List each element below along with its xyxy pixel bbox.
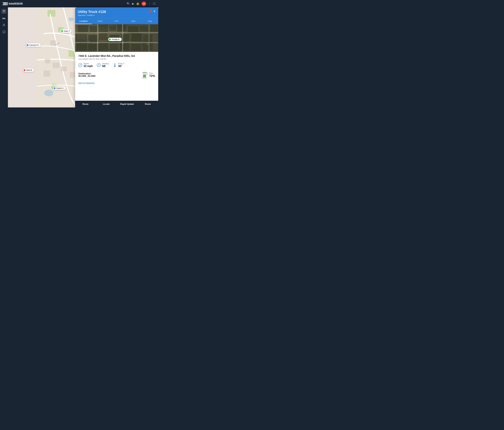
tab-stops[interactable]: Stops [92,18,108,24]
sidebar-icon-person[interactable] [2,23,6,27]
svg-rect-44 [117,25,126,31]
tab-stats[interactable]: Stats [125,18,142,24]
svg-rect-59 [120,43,129,50]
svg-rect-83 [146,74,147,75]
svg-rect-26 [61,67,67,71]
help-icon[interactable]: ⓘ [153,2,156,6]
footer-btn-route1[interactable]: Route [75,101,96,108]
marker-matt[interactable]: Matt W. [23,68,34,72]
footer-btn-locate[interactable]: Locate [96,101,117,108]
probe-icon [113,63,117,68]
nav-right: 🔍 ▶ 🔔 AB ⋮ ⓘ [127,1,156,6]
geo-value: 40.1393, -43.2392 [78,75,95,77]
marker-label-matt: Matt W. [26,69,32,71]
svg-rect-63 [122,32,124,34]
stat-probe-value: 36° [118,65,125,68]
tab-diag[interactable]: Diag [142,18,158,24]
panel-subtitle: Operator: Freddy K. [78,14,106,16]
marker-daniel[interactable]: Daniel H. [53,87,65,90]
svg-rect-46 [140,26,149,31]
bell-icon[interactable]: 🔔 [136,2,139,5]
footer-btn-rapid-update[interactable]: Rapid Update [117,101,138,108]
svg-rect-1 [3,3,7,4]
stat-speed-value: 32 mph [84,65,93,68]
search-icon[interactable]: 🔍 [127,2,130,5]
stat-probe: Probe 1: 36° [113,63,125,68]
svg-rect-2 [3,4,7,5]
tab-eta[interactable]: ETA [108,18,125,24]
alert-on-departure-link[interactable]: Alert on Departure [78,82,155,84]
marker-cameron[interactable]: Cameron R. [26,43,41,47]
panel-last-updated: Last updated: Mar 25, 2022 1:45 PM [78,58,155,60]
panel-title: Utility Truck #128 [78,10,106,14]
more-icon[interactable]: ⋮ [148,2,151,5]
svg-rect-54 [143,35,152,42]
svg-rect-60 [131,44,141,51]
panel-address: 7492 E. Lavender Mist Rd., Paradise Hill… [78,54,155,57]
sidebar-icon-filter[interactable] [2,9,6,14]
panel-marker-dot [109,38,111,40]
main-area: Maplewood Rd Park Ave 11 Pulaski H... Cu… [0,7,158,108]
svg-point-11 [3,24,5,25]
avatar[interactable]: AB [142,1,146,6]
fuel-content: Fuel: 72% [149,72,155,78]
svg-rect-42 [99,25,108,32]
svg-rect-50 [99,33,108,40]
marker-dot-daniel [54,87,55,89]
play-icon[interactable]: ▶ [132,2,134,5]
close-icon[interactable]: ✕ [153,10,156,13]
panel-marker-label: Freddy K. [112,38,120,40]
svg-rect-64 [97,42,99,44]
svg-rect-80 [143,73,146,74]
panel-tabs: Location Stops ETA Stats Diag [75,18,158,24]
svg-rect-53 [131,33,142,41]
top-nav: IntelliShift 🔍 ▶ 🔔 AB ⋮ ⓘ [0,0,158,7]
svg-rect-5 [3,11,5,12]
stat-heading-content: Heading: NE [102,63,109,68]
svg-rect-66 [127,41,131,43]
geo-block: Geolocation: 40.1393, -43.2392 [78,72,95,77]
stat-speed: Speed: 32 mph [78,63,93,68]
svg-rect-41 [90,26,98,32]
fuel-value: 72% [149,74,155,78]
svg-rect-65 [122,42,124,44]
svg-rect-7 [2,18,4,19]
stat-heading-value: NE [102,65,109,68]
svg-point-24 [69,17,74,21]
sidebar-icon-check[interactable] [2,29,6,34]
panel-title-block: Utility Truck #128 Operator: Freddy K. [78,10,106,16]
stat-probe-content: Probe 1: 36° [118,63,125,68]
stat-speed-label: Speed: [84,63,93,65]
panel-map-marker: Freddy K. [108,38,122,41]
panel-map[interactable]: Freddy K. [75,24,158,52]
geo-fuel-row: Geolocation: 40.1393, -43.2392 [78,71,155,79]
panel-footer: Route Locate Rapid Update Route [75,101,158,108]
left-sidebar [0,7,8,108]
logo-icon [3,2,8,6]
svg-rect-62 [97,32,99,34]
svg-rect-47 [150,25,158,31]
marker-dot-matt [24,69,26,71]
sidebar-icon-truck[interactable] [2,16,6,21]
marker-dot-duke [61,30,63,32]
svg-point-23 [44,90,54,96]
stat-heading: Heading: NE [97,63,109,68]
footer-btn-route2[interactable]: Route [137,101,158,108]
stat-heading-label: Heading: [102,63,109,65]
svg-rect-43 [109,26,116,31]
marker-label-daniel: Daniel H. [56,87,64,89]
panel-header: Utility Truck #128 Operator: Freddy K. 📌… [75,7,158,18]
panel-title-row: Utility Truck #128 Operator: Freddy K. 📌… [78,10,156,16]
svg-rect-4 [3,10,5,11]
tab-location[interactable]: Location [75,18,92,24]
detail-panel: Utility Truck #128 Operator: Freddy K. 📌… [75,7,158,108]
speed-icon [78,63,82,68]
fuel-block: Fuel: 72% [142,71,155,79]
svg-rect-33 [50,40,56,46]
pin-icon[interactable]: 📌 [148,10,152,13]
svg-rect-67 [87,41,90,42]
logo-text: IntelliShift [9,2,23,5]
svg-rect-0 [3,2,7,3]
marker-duke[interactable]: Duke T. [61,29,72,33]
svg-rect-85 [142,78,147,78]
